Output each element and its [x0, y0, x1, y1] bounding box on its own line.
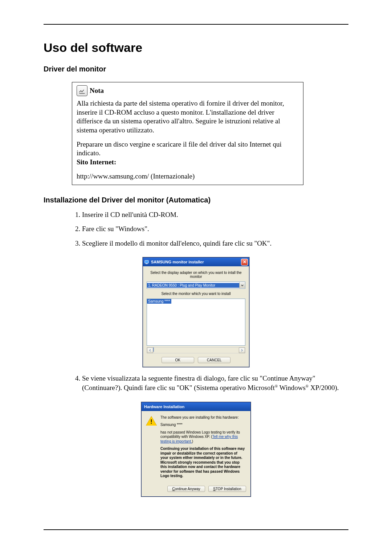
continue-anyway-button[interactable]: Continue Anyway [167, 486, 205, 492]
stop-installation-button[interactable]: STOP Installation [208, 486, 246, 492]
note-site-url: http://www.samsung.com/ (Internazionale) [77, 172, 299, 181]
step-4: Se viene visualizzata la seguente finest… [82, 374, 348, 392]
chevron-down-icon[interactable] [239, 282, 245, 288]
monitor-list-item[interactable]: Samsung **** [147, 299, 171, 304]
hardware-titlebar: Hardware Installation [142, 402, 250, 411]
step-3: Scegliere il modello di monitor dall'ele… [82, 239, 348, 248]
hardware-dialog: Hardware Installation ! The software you… [141, 402, 251, 497]
installer-titlebar: SAMSUNG monitor installer ✕ [143, 258, 249, 266]
note-label: Nota [90, 86, 104, 95]
step-2: Fare clic su "Windows". [82, 224, 348, 234]
adapter-select[interactable]: 1. RADEON 9550 : Plug and Play Monitor [147, 282, 245, 289]
monitor-listbox[interactable]: Samsung **** [147, 299, 245, 346]
monitor-label: Select the monitor which you want to ins… [147, 292, 245, 296]
note-icon [77, 85, 87, 96]
note-site-label: Sito Internet: [77, 158, 116, 166]
adapter-label: Select the display adapter on which you … [147, 271, 245, 279]
note-paragraph-1: Alla richiesta da parte del sistema oper… [77, 99, 299, 135]
cancel-button[interactable]: CANCEL [198, 357, 230, 363]
note-box: Nota Alla richiesta da parte del sistema… [72, 82, 303, 185]
horizontal-scrollbar[interactable] [147, 347, 245, 353]
hw-bold-warning: Continuing your installation of this sof… [160, 447, 246, 479]
installer-window: SAMSUNG monitor installer ✕ Select the d… [143, 257, 249, 367]
hardware-title: Hardware Installation [143, 405, 249, 409]
hw-line2: Samsung **** [160, 423, 246, 427]
top-divider [44, 24, 348, 25]
scroll-left-icon[interactable] [147, 348, 153, 353]
warning-icon: ! [146, 415, 157, 426]
step-1: Inserire il CD nell'unità CD-ROM. [82, 210, 348, 219]
close-icon[interactable]: ✕ [241, 259, 248, 266]
section-driver-title: Driver del monitor [44, 65, 348, 73]
page-title: Uso del software [44, 41, 348, 55]
ok-button[interactable]: OK [162, 357, 194, 363]
adapter-select-value: 1. RADEON 9550 : Plug and Play Monitor [147, 283, 239, 288]
note-paragraph-2: Preparare un disco vergine e scaricare i… [77, 140, 299, 167]
svg-rect-0 [145, 260, 149, 263]
scrollbar-thumb[interactable] [153, 347, 154, 352]
section-install-title: Installazione del Driver del monitor (Au… [44, 196, 348, 204]
installer-title: SAMSUNG monitor installer [151, 260, 241, 264]
scroll-right-icon[interactable] [239, 348, 245, 353]
app-icon [144, 259, 149, 264]
svg-rect-1 [146, 264, 147, 264]
bottom-divider [44, 529, 348, 530]
hw-line1: The software you are installing for this… [160, 415, 246, 420]
hw-line3: has not passed Windows Logo testing to v… [160, 430, 246, 444]
